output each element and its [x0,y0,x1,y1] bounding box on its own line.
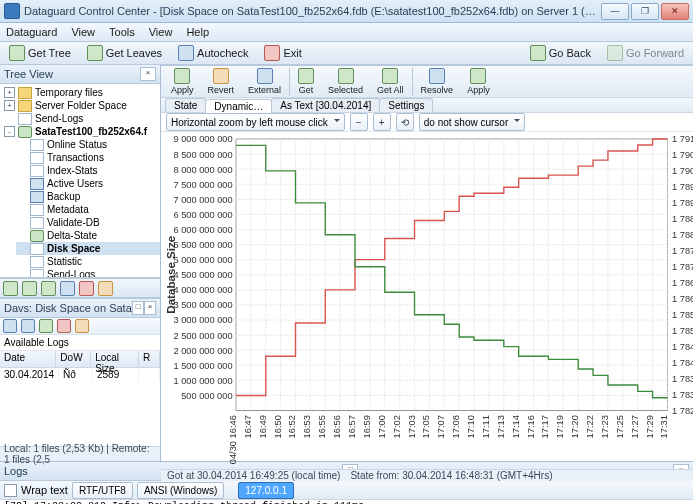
menu-dataguard[interactable]: Dataguard [4,25,59,39]
svg-text:3 500 000 000: 3 500 000 000 [174,300,233,310]
page-icon [30,204,44,216]
apply-button[interactable]: Apply [165,66,200,97]
nav-next-icon[interactable] [41,281,56,296]
go-forward-button[interactable]: Go Forward [602,43,689,63]
external-button[interactable]: External [242,66,287,97]
tree-node[interactable]: Delta-State [16,229,160,242]
document-toolbar: Apply Revert External Get Selected Get A… [161,66,693,98]
col-dow[interactable]: DoW [56,351,91,367]
chart-area[interactable]: 500 000 0001 000 000 0001 500 000 0002 0… [161,132,693,469]
get-leaves-button[interactable]: Get Leaves [82,43,167,63]
svg-text:17:23: 17:23 [600,415,610,438]
svg-text:1 791 000 000 000: 1 791 000 000 000 [672,134,693,144]
col-r[interactable]: R [139,351,160,367]
davs-pin-button[interactable]: □ [132,301,144,315]
wrap-checkbox[interactable] [4,484,17,497]
apply-icon [174,68,190,84]
zoom-in-button[interactable]: + [373,113,391,131]
svg-text:16:53: 16:53 [302,415,312,438]
svg-text:7 000 000 000: 7 000 000 000 [174,195,233,205]
tree-node[interactable]: Validate-DB [16,216,160,229]
col-size[interactable]: Local Size [91,351,139,367]
get-button[interactable]: Get [292,66,320,97]
expand-toggle[interactable]: + [4,87,15,98]
tree-node[interactable]: +Server Folder Space [4,99,160,112]
tree-node[interactable]: Transactions [16,151,160,164]
tree-node[interactable]: Index-Stats [16,164,160,177]
close-button[interactable]: ✕ [661,3,689,20]
tree-node[interactable]: Online Status [16,138,160,151]
apply2-button[interactable]: Apply [461,66,496,97]
svg-text:1 789 500 000 000: 1 789 500 000 000 [672,182,693,192]
tree-node-label: Active Users [47,177,103,190]
nav-prev-icon[interactable] [22,281,37,296]
tree-node[interactable]: Statistic [16,255,160,268]
tree-node[interactable]: Metadata [16,203,160,216]
svg-text:17:25: 17:25 [615,415,625,438]
ansi-toggle[interactable]: ANSI (Windows) [137,482,224,499]
zoom-out-button[interactable]: − [350,113,368,131]
tab-astext[interactable]: As Text [30.04.2014] [271,98,380,112]
chart-status-bar: Got at 30.04.2014 16:49:25 (local time) … [161,469,693,481]
exit-button[interactable]: Exit [259,43,306,63]
cursor-dropdown[interactable]: do not show cursor [419,113,526,131]
rtf-toggle[interactable]: RTF/UTF8 [72,482,133,499]
svg-text:3 000 000 000: 3 000 000 000 [174,315,233,325]
tree-node[interactable]: Backup [16,190,160,203]
tree-icon [9,45,25,61]
tree-node[interactable]: Active Users [16,177,160,190]
tree-view[interactable]: +Temporary files+Server Folder SpaceSend… [0,84,160,278]
davs-star-icon[interactable] [75,319,89,333]
logs-body[interactable]: [72] 17:33:20.819 Info> Downloading thre… [0,500,693,504]
table-row[interactable]: 30.04.2014 Ñð 2589 [0,368,160,381]
tab-settings[interactable]: Settings [379,98,433,112]
nav-first-icon[interactable] [3,281,18,296]
svg-text:1 783 000 000 000: 1 783 000 000 000 [672,390,693,400]
stop-icon[interactable] [79,281,94,296]
davs-refresh-icon[interactable] [39,319,53,333]
go-back-button[interactable]: Go Back [525,43,596,63]
autocheck-button[interactable]: Autocheck [173,43,253,63]
folder-icon [18,100,32,112]
get-tree-button[interactable]: Get Tree [4,43,76,63]
selected-button[interactable]: Selected [322,66,369,97]
menu-tools[interactable]: Tools [107,25,137,39]
svg-text:17:03: 17:03 [407,415,417,438]
zoom-mode-dropdown[interactable]: Horizontal zoom by left mouse click [166,113,345,131]
tree-node[interactable]: Send-Logs [4,112,160,125]
col-date[interactable]: Date [0,351,56,367]
get-all-button[interactable]: Get All [371,66,410,97]
tab-state[interactable]: State [165,98,206,112]
refresh-icon[interactable] [60,281,75,296]
menu-view[interactable]: View [69,25,97,39]
davs-delete-icon[interactable] [57,319,71,333]
edit-icon[interactable] [98,281,113,296]
resolve-button[interactable]: Resolve [415,66,460,97]
svg-text:2 500 000 000: 2 500 000 000 [174,331,233,341]
tree-node[interactable]: -SataTest100_fb252x64.f [4,125,160,138]
maximize-button[interactable]: ❐ [631,3,659,20]
expand-toggle[interactable]: - [4,126,15,137]
menu-help[interactable]: Help [184,25,211,39]
minimize-button[interactable]: — [601,3,629,20]
expand-toggle[interactable]: + [4,100,15,111]
zoom-reset-button[interactable]: ⟲ [396,113,414,131]
tree-node[interactable]: Disk Space [16,242,160,255]
tree-panel-close[interactable]: × [140,67,156,81]
svg-text:8 000 000 000: 8 000 000 000 [174,165,233,175]
chart-toolbar: Horizontal zoom by left mouse click − + … [161,113,693,132]
revert-button[interactable]: Revert [202,66,241,97]
ip-pill[interactable]: 127.0.0.1 [238,482,294,499]
davs-next-icon[interactable] [21,319,35,333]
tree-node[interactable]: +Temporary files [4,86,160,99]
tree-node-label: Index-Stats [47,164,98,177]
status-got-at: Got at 30.04.2014 16:49:25 (local time) [167,470,340,481]
davs-prev-icon[interactable] [3,319,17,333]
tab-dynamic[interactable]: Dynamic… [205,99,272,113]
menu-view2[interactable]: View [147,25,175,39]
davs-toolbar [0,318,160,335]
davs-close-button[interactable]: × [144,301,156,315]
logs-grid-body[interactable]: 30.04.2014 Ñð 2589 [0,368,160,446]
tree-node[interactable]: Send-Logs [16,268,160,278]
svg-text:16:47: 16:47 [243,415,253,438]
